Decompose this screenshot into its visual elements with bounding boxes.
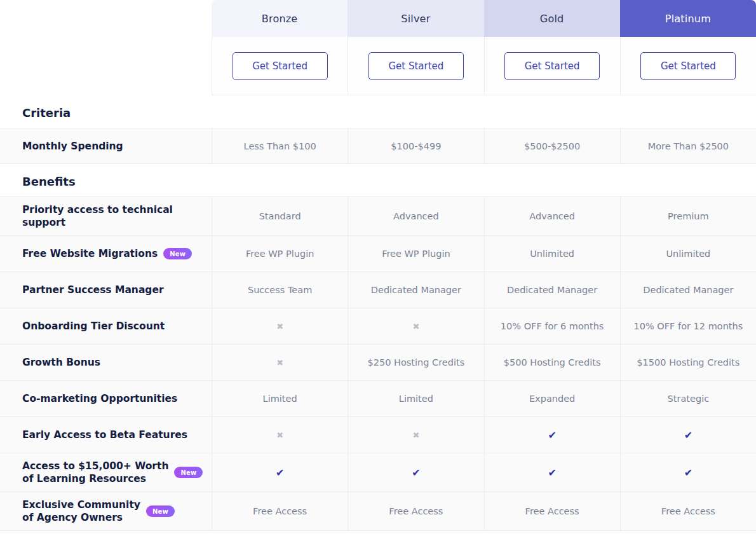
cta-cell: Get Started	[348, 37, 483, 95]
row-label: Early Access to Beta Features	[22, 429, 187, 441]
row-label-cell: Exclusive Community of Agency Owners New	[0, 492, 212, 530]
row-value-gold: $500-$2500	[484, 128, 620, 163]
row-value-gold: Unlimited	[484, 236, 620, 272]
new-badge: New	[174, 467, 203, 478]
row-value-bronze: Less Than $100	[212, 128, 348, 163]
table-row: Growth Bonus ✖ $250 Hosting Credits $500…	[0, 345, 756, 381]
row-label-cell: Early Access to Beta Features	[0, 417, 212, 453]
row-value-bronze: Free WP Plugin	[212, 236, 348, 272]
row-label-cell: Co-marketing Opportunities	[0, 381, 212, 416]
check-icon: ✔	[484, 417, 620, 453]
row-value-silver: Dedicated Manager	[348, 272, 483, 308]
table-row: Priority access to technical support Sta…	[0, 196, 756, 236]
table-row: Partner Success Manager Success Team Ded…	[0, 272, 756, 308]
cta-cell: Get Started	[212, 37, 348, 95]
cross-icon: ✖	[348, 308, 483, 344]
cta-cell: Get Started	[620, 37, 756, 95]
cross-icon: ✖	[212, 417, 348, 453]
tier-header: Bronze	[212, 0, 348, 37]
check-icon: ✔	[620, 417, 756, 453]
row-value-silver: Advanced	[348, 197, 483, 235]
row-label: Access to $15,000+ Worth of Learning Res…	[22, 460, 168, 485]
row-value-platinum: Dedicated Manager	[620, 272, 756, 308]
table-row: Access to $15,000+ Worth of Learning Res…	[0, 453, 756, 492]
row-value-platinum: 10% OFF for 12 months	[620, 308, 756, 344]
row-label: Co-marketing Opportunities	[22, 392, 177, 405]
row-value-silver: Free WP Plugin	[348, 236, 483, 272]
get-started-button-bronze[interactable]: Get Started	[233, 52, 328, 80]
row-value-platinum: Free Access	[620, 492, 756, 530]
table-row: Monthly Spending Less Than $100 $100-$49…	[0, 128, 756, 164]
row-value-gold: Free Access	[484, 492, 620, 530]
section-benefits: Benefits Priority access to technical su…	[0, 164, 756, 531]
check-icon: ✔	[620, 453, 756, 491]
tier-header: Platinum	[620, 0, 756, 37]
row-label: Exclusive Community of Agency Owners	[22, 498, 140, 524]
cross-icon: ✖	[212, 345, 348, 380]
row-label: Partner Success Manager	[22, 284, 164, 296]
row-value-bronze: Standard	[212, 197, 348, 235]
table-row: Exclusive Community of Agency Owners New…	[0, 492, 756, 531]
get-started-button-platinum[interactable]: Get Started	[640, 52, 736, 80]
row-label-cell: Priority access to technical support	[0, 197, 212, 235]
table-row: Onboarding Tier Discount ✖ ✖ 10% OFF for…	[0, 308, 756, 345]
tier-header-row: Bronze Silver Gold Platinum	[0, 0, 756, 37]
section-heading: Criteria	[0, 95, 756, 128]
get-started-button-silver[interactable]: Get Started	[368, 52, 464, 80]
row-label-cell: Monthly Spending	[0, 128, 212, 163]
check-icon: ✔	[348, 453, 483, 491]
row-label-cell: Onboarding Tier Discount	[0, 308, 212, 344]
row-label: Monthly Spending	[22, 140, 123, 153]
row-label: Onboarding Tier Discount	[22, 320, 165, 333]
row-label-cell: Growth Bonus	[0, 345, 212, 380]
row-value-gold: Advanced	[484, 197, 620, 235]
row-value-bronze: Success Team	[212, 272, 348, 308]
row-value-bronze: Free Access	[212, 492, 348, 530]
check-icon: ✔	[484, 453, 620, 491]
cta-cell: Get Started	[484, 37, 620, 95]
row-value-silver: $250 Hosting Credits	[348, 345, 483, 380]
row-label-cell: Partner Success Manager	[0, 272, 212, 308]
row-label: Growth Bonus	[22, 356, 100, 369]
row-value-silver: Free Access	[348, 492, 483, 530]
pricing-comparison-table: Bronze Silver Gold Platinum Get Started …	[0, 0, 756, 531]
criteria-rows: Monthly Spending Less Than $100 $100-$49…	[0, 128, 756, 164]
row-value-silver: Limited	[348, 381, 483, 416]
tier-header-spacer	[0, 0, 212, 37]
table-row: Early Access to Beta Features ✖ ✖ ✔ ✔	[0, 417, 756, 453]
row-value-platinum: Premium	[620, 197, 756, 235]
row-value-gold: Expanded	[484, 381, 620, 416]
cross-icon: ✖	[212, 308, 348, 344]
row-value-platinum: More Than $2500	[620, 128, 756, 163]
benefits-rows: Priority access to technical support Sta…	[0, 196, 756, 531]
row-value-bronze: Limited	[212, 381, 348, 416]
cta-row-spacer	[0, 37, 212, 95]
new-badge: New	[163, 248, 192, 259]
row-label: Free Website Migrations	[22, 247, 158, 260]
table-row: Free Website Migrations New Free WP Plug…	[0, 236, 756, 272]
row-label: Priority access to technical support	[22, 203, 204, 229]
row-value-platinum: $1500 Hosting Credits	[620, 345, 756, 380]
row-value-gold: $500 Hosting Credits	[484, 345, 620, 380]
cta-row: Get Started Get Started Get Started Get …	[0, 37, 756, 95]
section-heading: Benefits	[0, 164, 756, 196]
new-badge: New	[146, 505, 175, 517]
section-criteria: Criteria Monthly Spending Less Than $100…	[0, 95, 756, 164]
row-value-gold: Dedicated Manager	[484, 272, 620, 308]
row-label-cell: Access to $15,000+ Worth of Learning Res…	[0, 453, 212, 491]
tier-header: Gold	[484, 0, 620, 37]
row-label-cell: Free Website Migrations New	[0, 236, 212, 272]
check-icon: ✔	[212, 453, 348, 491]
table-row: Co-marketing Opportunities Limited Limit…	[0, 381, 756, 417]
row-value-silver: $100-$499	[348, 128, 483, 163]
row-value-platinum: Strategic	[620, 381, 756, 416]
row-value-gold: 10% OFF for 6 months	[484, 308, 620, 344]
get-started-button-gold[interactable]: Get Started	[504, 52, 600, 80]
tier-header: Silver	[348, 0, 483, 37]
cross-icon: ✖	[348, 417, 483, 453]
row-value-platinum: Unlimited	[620, 236, 756, 272]
